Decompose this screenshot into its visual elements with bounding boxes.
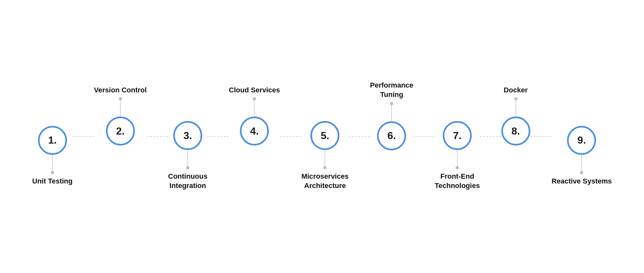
circle-number-9: 9. [577,134,586,146]
bottom-label-7: Front-EndTechnologies [435,172,480,190]
circle-6[interactable]: 6. [377,121,406,150]
circle-8[interactable]: 8. [501,117,530,146]
top-dot-2 [119,97,122,100]
top-label-2: Version Control [94,86,147,95]
step-col-1: 1.Unit Testing [32,87,72,186]
bottom-label-3: ContinuousIntegration [168,172,207,190]
step-col-9: 9.Reactive Systems [552,87,612,186]
v-line-bottom-9 [581,155,582,171]
h-line-7 [480,136,501,137]
circle-3[interactable]: 3. [173,121,202,150]
circle-number-5: 5. [321,130,329,142]
circle-number-8: 8. [511,125,520,137]
bottom-dot-5 [323,166,327,169]
v-line-top-4 [254,100,255,117]
circle-5[interactable]: 5. [310,121,339,150]
circle-number-6: 6. [387,130,396,142]
step-col-5: 5.MicroservicesArchitecture [301,82,349,190]
v-line-top-8 [516,100,516,117]
circle-9[interactable]: 9. [567,126,596,155]
bottom-dot-9 [580,171,583,174]
h-line-2 [147,136,168,137]
v-line-top-2 [120,100,121,117]
h-line-8 [530,136,552,137]
v-line-bottom-5 [325,150,325,166]
v-line-top-6 [391,105,392,121]
top-label-8: Docker [504,86,528,95]
circle-number-2: 2. [116,125,125,137]
bottom-dot-7 [456,166,459,169]
circle-number-4: 4. [250,125,259,137]
top-label-6: PerformanceTuning [370,81,413,99]
h-line-1 [72,136,94,137]
top-dot-8 [514,97,517,100]
bottom-dot-1 [51,171,54,174]
h-line-4 [280,136,301,137]
top-label-4: Cloud Services [229,86,280,95]
step-col-6: PerformanceTuning6. [370,81,413,192]
v-line-bottom-1 [52,155,53,171]
bottom-dot-3 [186,166,189,169]
bottom-label-1: Unit Testing [32,177,72,186]
h-line-6 [413,136,435,137]
top-dot-6 [390,102,393,105]
timeline-container: 1.Unit TestingVersion Control2.3.Continu… [32,81,612,192]
step-col-4: Cloud Services4. [229,86,280,188]
bottom-label-5: MicroservicesArchitecture [301,172,349,190]
circle-number-1: 1. [48,134,57,146]
step-col-7: 7.Front-EndTechnologies [435,82,480,190]
main-row: 1.Unit TestingVersion Control2.3.Continu… [32,81,612,192]
v-line-bottom-7 [457,150,458,166]
circle-number-7: 7. [453,130,462,142]
h-line-5 [349,136,370,137]
circle-2[interactable]: 2. [106,117,135,146]
circle-number-3: 3. [184,130,192,142]
timeline-area: 1.Unit TestingVersion Control2.3.Continu… [32,81,612,192]
step-col-2: Version Control2. [94,86,147,188]
circle-1[interactable]: 1. [38,126,67,155]
step-col-3: 3.ContinuousIntegration [168,82,207,190]
h-line-3 [207,136,229,137]
circle-7[interactable]: 7. [443,121,472,150]
bottom-label-9: Reactive Systems [552,177,612,186]
v-line-bottom-3 [187,150,188,166]
step-col-8: Docker8. [501,86,530,188]
circle-4[interactable]: 4. [240,117,269,146]
top-dot-4 [253,97,256,100]
